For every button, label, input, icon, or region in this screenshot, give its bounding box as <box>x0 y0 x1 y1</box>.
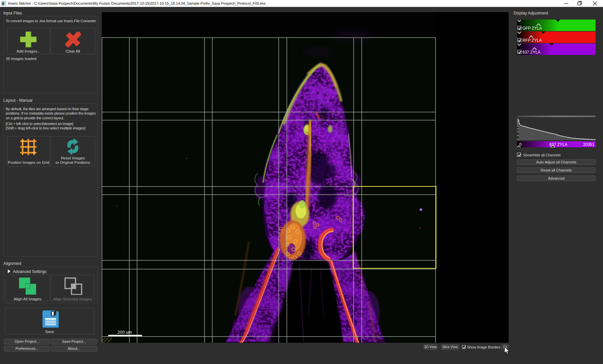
svg-text:0: 0 <box>519 142 522 147</box>
svg-text:20351: 20351 <box>583 142 595 147</box>
svg-text:200 um: 200 um <box>117 330 132 335</box>
